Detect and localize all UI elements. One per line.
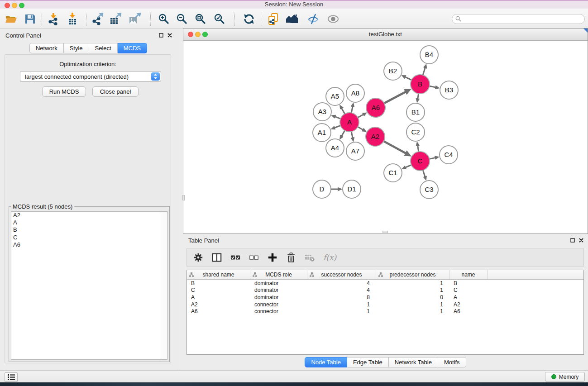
column-header-shared-name[interactable]: shared name: [187, 270, 250, 279]
home-icon[interactable]: [285, 13, 298, 25]
table-row[interactable]: Bdominator41B: [187, 280, 583, 287]
bottom-grip[interactable]: [382, 231, 388, 233]
table-cell[interactable]: 1: [376, 280, 449, 286]
tab-style[interactable]: Style: [64, 43, 89, 53]
table-cell[interactable]: 1: [307, 301, 376, 308]
network-minimize-button[interactable]: [195, 32, 201, 37]
column-header-name[interactable]: name: [449, 270, 488, 279]
graph-node-A3[interactable]: A3: [313, 103, 331, 121]
hide-graphics-details-icon[interactable]: [307, 13, 320, 25]
table-row[interactable]: A6connector11A6: [187, 308, 583, 315]
refresh-layout-icon[interactable]: [243, 13, 255, 25]
tab-mcds[interactable]: MCDS: [118, 43, 147, 53]
zoom-selected-icon[interactable]: [213, 13, 226, 25]
add-row-icon[interactable]: [268, 253, 277, 262]
column-header-successor-nodes[interactable]: successor nodes: [307, 270, 376, 279]
mcds-result-item[interactable]: B: [11, 226, 167, 234]
graph-node-C[interactable]: C: [411, 152, 430, 171]
graph-node-A4[interactable]: A4: [326, 139, 344, 157]
mcds-result-list[interactable]: A2ABCA6: [11, 211, 167, 360]
copy-network-icon[interactable]: [267, 13, 280, 25]
table-cell[interactable]: A2: [187, 301, 250, 308]
graph-node-A1[interactable]: A1: [313, 124, 331, 142]
table-row[interactable]: Adominator80A: [187, 294, 583, 301]
graph-node-C2[interactable]: C2: [406, 123, 425, 141]
select-all-rows-icon[interactable]: [230, 253, 240, 262]
table-cell[interactable]: 1: [376, 308, 449, 315]
table-cell[interactable]: 8: [307, 294, 376, 300]
graph-node-A6[interactable]: A6: [366, 98, 385, 117]
delete-row-icon[interactable]: [286, 253, 296, 262]
table-row[interactable]: Cdominator41C: [187, 287, 583, 294]
graph-node-C4[interactable]: C4: [440, 146, 458, 164]
graph-node-A[interactable]: A: [340, 113, 359, 132]
table-cell[interactable]: A: [449, 294, 488, 300]
graph-node-A2[interactable]: A2: [366, 127, 385, 146]
memory-button[interactable]: Memory: [545, 372, 585, 381]
left-grip[interactable]: [182, 195, 185, 200]
task-history-button[interactable]: [5, 372, 18, 382]
run-mcds-button[interactable]: Run MCDS: [42, 86, 86, 97]
criterion-dropdown[interactable]: largest connected component (directed): [20, 71, 161, 82]
graph-node-B2[interactable]: B2: [384, 62, 402, 80]
mcds-result-item[interactable]: A2: [11, 212, 167, 219]
table-tab-edge-table[interactable]: Edge Table: [347, 357, 389, 367]
result-list-scrollbar[interactable]: [161, 212, 167, 359]
zoom-in-icon[interactable]: [158, 13, 170, 25]
zoom-fit-icon[interactable]: [194, 13, 207, 25]
export-network-icon[interactable]: [91, 13, 104, 25]
table-cell[interactable]: C: [187, 287, 250, 293]
close-panel-icon[interactable]: [167, 33, 172, 38]
network-window-titlebar[interactable]: testGlobe.txt: [183, 29, 588, 41]
table-cell[interactable]: A2: [449, 301, 488, 308]
table-tab-motifs[interactable]: Motifs: [438, 357, 466, 367]
export-image-icon[interactable]: [129, 13, 141, 25]
graph-node-A7[interactable]: A7: [346, 142, 364, 160]
close-panel-button[interactable]: Close panel: [92, 86, 139, 97]
tab-network[interactable]: Network: [29, 43, 64, 53]
graph-edge-A6-B[interactable]: [383, 92, 406, 104]
network-close-button[interactable]: [188, 32, 193, 37]
graph-node-B3[interactable]: B3: [440, 81, 458, 99]
column-selector-icon[interactable]: [212, 253, 222, 262]
settings-gear-icon[interactable]: [193, 253, 203, 262]
table-tab-node-table[interactable]: Node Table: [305, 357, 347, 367]
table-cell[interactable]: connector: [250, 308, 307, 315]
float-table-panel-icon[interactable]: [570, 238, 575, 243]
close-table-panel-icon[interactable]: [579, 238, 583, 243]
table-cell[interactable]: B: [187, 280, 250, 286]
mcds-result-item[interactable]: A6: [11, 241, 167, 248]
graph-node-D1[interactable]: D1: [343, 180, 361, 198]
table-cell[interactable]: dominator: [250, 287, 307, 293]
table-cell[interactable]: A6: [187, 308, 250, 315]
graph-edge-A2-C[interactable]: [383, 141, 406, 153]
column-header-MCDS-role[interactable]: MCDS role: [250, 270, 307, 279]
table-cell[interactable]: B: [449, 280, 488, 286]
save-session-icon[interactable]: [24, 13, 36, 25]
graph-node-A5[interactable]: A5: [326, 87, 344, 105]
graph-node-C1[interactable]: C1: [384, 164, 402, 182]
graph-node-B[interactable]: B: [411, 75, 430, 94]
open-folder-icon[interactable]: [5, 13, 17, 25]
table-cell[interactable]: 0: [376, 294, 449, 300]
export-table-icon[interactable]: [110, 13, 122, 25]
graph-node-A8[interactable]: A8: [346, 84, 364, 102]
table-cell[interactable]: A: [187, 294, 250, 300]
table-cell[interactable]: C: [449, 287, 488, 293]
network-canvas[interactable]: B4B2BB3A8A5A6B1A3AC2A1A2A4A7C4CC1C3DD1: [183, 41, 588, 234]
mcds-result-item[interactable]: C: [11, 234, 167, 241]
graph-node-B4[interactable]: B4: [420, 46, 438, 64]
search-input[interactable]: [452, 14, 585, 24]
tab-select[interactable]: Select: [89, 43, 118, 53]
window-resize-corner-icon[interactable]: [583, 29, 588, 33]
column-header-predecessor-nodes[interactable]: predecessor nodes: [376, 270, 449, 279]
graph-node-B1[interactable]: B1: [406, 103, 425, 121]
graph-node-C3[interactable]: C3: [420, 181, 438, 199]
table-cell[interactable]: 1: [376, 287, 449, 293]
network-zoom-button[interactable]: [202, 32, 208, 37]
table-cell[interactable]: dominator: [250, 294, 307, 300]
table-tab-network-table[interactable]: Network Table: [389, 357, 438, 367]
deselect-all-rows-icon[interactable]: [249, 253, 259, 262]
table-cell[interactable]: A6: [449, 308, 488, 315]
mcds-result-item[interactable]: A: [11, 219, 167, 226]
